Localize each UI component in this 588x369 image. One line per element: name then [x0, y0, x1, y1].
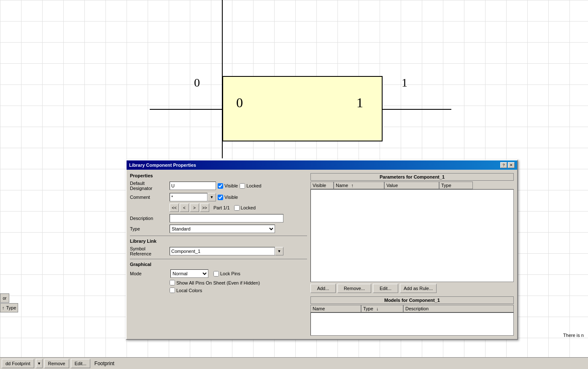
comment-visible-label: Visible	[218, 195, 238, 200]
comment-visible-checkbox[interactable]	[218, 195, 223, 200]
symbol-reference-input[interactable]	[170, 247, 275, 255]
show-all-pins-row: Show All Pins On Sheet (Even if Hidden)	[130, 280, 307, 285]
local-colors-label: Local Colors	[170, 288, 202, 293]
add-as-rule-button[interactable]: Add as Rule...	[400, 284, 437, 293]
pin1-top-label: 1	[402, 76, 407, 90]
comment-input[interactable]	[170, 193, 208, 201]
graphical-header: Graphical	[130, 262, 307, 267]
symbol-ref-dropdown-btn[interactable]: ▼	[275, 247, 283, 255]
graphical-section: Graphical Mode Normal De Morgan IEEE Loc…	[130, 262, 307, 293]
default-designator-label: Default Designator	[130, 181, 168, 191]
show-all-pins-checkbox[interactable]	[170, 280, 175, 285]
there-is-text: There is n	[563, 333, 584, 338]
dialog-title: Library Component Properties	[129, 163, 196, 168]
description-row: Description	[130, 214, 307, 222]
status-bar: dd Footprint ▼ Remove Edit... Footprint	[0, 357, 588, 369]
nav-buttons: << < > >>	[170, 203, 209, 212]
lock-pins-checkbox[interactable]	[213, 271, 219, 277]
models-table-area	[310, 312, 514, 336]
comment-label: Comment	[130, 195, 168, 200]
local-colors-checkbox[interactable]	[170, 288, 175, 293]
comment-row: Comment ▼ Visible	[130, 193, 307, 201]
nav-locked-label: Locked	[234, 205, 256, 211]
nav-locked-checkbox[interactable]	[234, 205, 240, 211]
pin0-top-label: 0	[194, 76, 200, 90]
models-col-desc: Description	[403, 305, 514, 312]
params-col-headers: Visible Name ↑ Value Type	[310, 182, 514, 189]
col-visible: Visible	[310, 182, 334, 189]
remove-param-button[interactable]: Remove...	[337, 284, 371, 293]
remove-button[interactable]: Remove	[44, 359, 69, 368]
dialog-titlebar: Library Component Properties ? ✕	[127, 160, 517, 170]
pin1-mid-label: 1	[356, 95, 363, 111]
models-col-name: Name	[310, 305, 361, 312]
nav-next-btn[interactable]: >	[190, 203, 199, 212]
dialog-left-panel: Properties Default Designator Visible Lo…	[130, 173, 307, 336]
models-table-header: Models for Component_1	[310, 296, 514, 304]
lock-pins-text: Lock Pins	[220, 271, 240, 276]
show-all-pins-text: Show All Pins On Sheet (Even if Hidden)	[176, 280, 260, 285]
type-select[interactable]: Standard Power Graphical Net Tie	[170, 225, 275, 233]
local-colors-row: Local Colors	[130, 288, 307, 293]
add-footprint-dropdown[interactable]: ▼	[36, 359, 43, 368]
dialog-help-button[interactable]: ?	[500, 162, 507, 168]
lock-pins-label: Lock Pins	[213, 271, 240, 277]
mode-row: Mode Normal De Morgan IEEE Lock Pins	[130, 269, 307, 278]
dialog-close-button[interactable]: ✕	[508, 162, 515, 168]
params-table-header: Parameters for Component_1	[310, 173, 514, 181]
nav-prev-btn[interactable]: <	[180, 203, 189, 212]
type-form-label: Type	[130, 226, 168, 231]
nav-row: << < > >> Part 1/1 Locked	[170, 203, 307, 212]
type-sort-icon: ↑	[2, 305, 5, 310]
pin-line-left	[150, 109, 222, 110]
mode-select[interactable]: Normal De Morgan IEEE	[170, 269, 208, 278]
show-all-pins-label: Show All Pins On Sheet (Even if Hidden)	[170, 280, 260, 285]
type-form-row: Type Standard Power Graphical Net Tie	[130, 225, 307, 233]
pin0-mid-label: 0	[236, 95, 243, 111]
models-col-headers: Name Type ↓ Description	[310, 305, 514, 312]
symbol-reference-row: Symbol Reference ▼	[130, 246, 307, 256]
dialog-body: Properties Default Designator Visible Lo…	[127, 170, 517, 339]
mode-label: Mode	[130, 271, 168, 276]
models-section: Models for Component_1 Name Type ↓ Descr…	[310, 296, 514, 336]
nav-locked-text: Locked	[241, 205, 256, 210]
dialog-right-panel: Parameters for Component_1 Visible Name …	[307, 173, 514, 336]
add-param-button[interactable]: Add...	[310, 284, 336, 293]
models-col-sort: ↓	[376, 306, 379, 311]
local-colors-text: Local Colors	[176, 288, 202, 293]
col-name: Name ↑	[334, 182, 384, 189]
library-component-properties-dialog: Library Component Properties ? ✕ Propert…	[126, 160, 518, 340]
library-link-header: Library Link	[130, 239, 307, 244]
left-indicator: or	[0, 293, 9, 303]
locked-checkbox[interactable]	[240, 183, 245, 189]
locked-label: Locked	[246, 183, 261, 188]
locked-checkbox-label: Locked	[240, 183, 261, 189]
description-input[interactable]	[170, 214, 283, 222]
dialog-title-buttons: ? ✕	[500, 162, 515, 168]
col-name-sort: ↑	[351, 183, 353, 188]
visible-checkbox[interactable]	[218, 183, 223, 189]
nav-first-btn[interactable]: <<	[170, 203, 179, 212]
default-designator-input[interactable]	[170, 182, 216, 190]
col-type: Type	[439, 182, 473, 189]
visible-label: Visible	[224, 183, 238, 188]
comment-visible-text: Visible	[224, 195, 238, 200]
library-link-section: Library Link Symbol Reference ▼	[130, 239, 307, 256]
models-col-type: Type ↓	[361, 305, 403, 312]
edit-param-button[interactable]: Edit...	[373, 284, 398, 293]
params-table-buttons: Add... Remove... Edit... Add as Rule...	[310, 284, 514, 293]
comment-dropdown-btn[interactable]: ▼	[208, 193, 216, 201]
col-value: Value	[384, 182, 439, 189]
type-row: ↑ Type	[0, 303, 18, 312]
footprint-label: Footprint	[92, 360, 117, 367]
default-designator-row: Default Designator Visible Locked	[130, 181, 307, 191]
properties-section-header: Properties	[130, 173, 307, 178]
nav-last-btn[interactable]: >>	[200, 203, 209, 212]
edit-button[interactable]: Edit...	[71, 359, 90, 368]
symbol-reference-label: Symbol Reference	[130, 246, 168, 256]
description-label: Description	[130, 216, 168, 221]
add-footprint-button[interactable]: dd Footprint	[2, 359, 34, 368]
visible-checkbox-label: Visible	[218, 183, 238, 189]
part-label: Part 1/1	[213, 205, 230, 210]
pin-line-right	[382, 109, 451, 110]
